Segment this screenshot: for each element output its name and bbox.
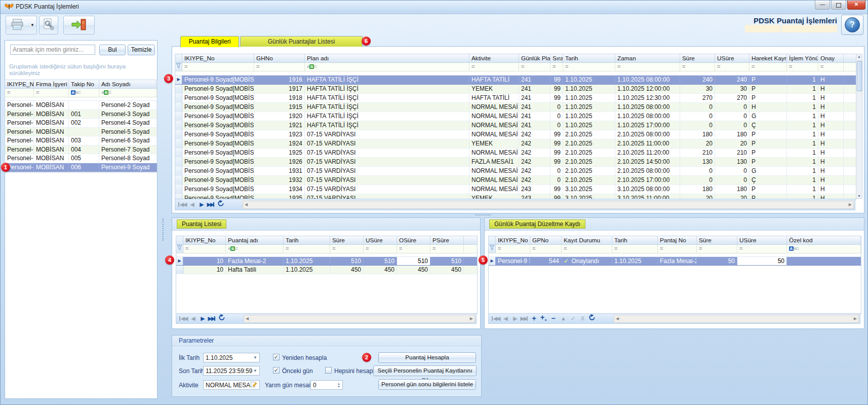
column-header[interactable]: IKIYPE_No [182,54,254,62]
column-header[interactable]: Tarih [612,236,658,244]
nav-refresh-icon[interactable] [217,314,226,323]
table-row[interactable]: Personel-9 Soyad[MOBİSAN]193107-15 VARDİ… [175,167,856,176]
column-header[interactable]: Onay [818,54,844,62]
nav-last-icon[interactable]: ▶▶ [207,314,217,323]
column-header[interactable]: Kayıt Durumu [562,236,612,244]
aktivite-field[interactable]: NORMAL MESAİ [203,380,260,390]
table-row[interactable]: ▶Personel-9 So544✓ Onaylandı1.10.2025Faz… [489,257,861,266]
filter-cell[interactable]: = [284,245,330,253]
filter-cell[interactable]: = [34,89,69,97]
column-header[interactable]: Hareket Kayna [749,54,787,62]
column-header[interactable]: Zaman [615,54,680,62]
column-header[interactable]: GPNo [530,236,562,244]
column-header[interactable]: IKIYPE_N [5,80,34,88]
filter-cell[interactable]: ABC [305,63,469,71]
nav-add-icon[interactable]: + [529,314,539,323]
nav-last-icon[interactable]: ▶▶ [520,314,529,323]
yarim-gun-mesai-stepper[interactable]: 0▲▼ [310,380,343,390]
print-dropdown-button[interactable]: ▼ [28,16,37,34]
print-settings-button[interactable] [39,16,58,34]
filter-cell[interactable]: = [737,245,787,253]
filter-cell[interactable]: = [697,245,737,253]
horizontal-splitter[interactable] [476,214,491,215]
column-header[interactable]: Süre [680,54,715,62]
vertical-splitter[interactable] [163,218,164,241]
nav-cancel-icon[interactable]: X [577,314,587,323]
column-header[interactable]: OSüre [397,236,430,244]
table-row[interactable]: Personel-9 Soyad[MOBİSAN]192507-15 VARDİ… [175,149,856,158]
column-header[interactable]: USüre [715,54,749,62]
filter-cell[interactable]: = [364,245,397,253]
filter-cell[interactable]: ABC [787,245,861,253]
filter-cell[interactable]: = [182,63,254,71]
column-header[interactable]: Adı Soyadı [99,80,156,88]
table-row[interactable]: ▶Personel-9 Soyad[MOBİSAN]1916HAFTA TATİ… [175,76,856,85]
filter-cell[interactable]: = [469,63,519,71]
table-row[interactable]: Personel-MOBİSAN006Personel-9 Soyad [5,163,157,172]
table-row[interactable]: Personel-MOBİSAN004Personel-7 Soyad [5,145,157,155]
find-button[interactable]: Bul [99,45,126,55]
column-header[interactable]: İşlem Yönü [787,54,818,62]
yeniden-hesapla-checkbox[interactable] [273,354,280,360]
puantaj-hesapla-button[interactable]: Puantaj Hesapla [378,352,476,363]
filter-cell[interactable]: = [519,63,550,71]
spinner-arrows-icon[interactable]: ▲▼ [336,382,340,388]
column-header[interactable]: GHNo [254,54,305,62]
table-row[interactable]: Personel-MOBİSANPersonel-2 Soyad [5,101,157,110]
filter-cell[interactable]: = [254,63,305,71]
column-header[interactable]: Puantaj adı [226,236,284,244]
table-row[interactable]: Personel-MOBİSANPersonel-5 Soyad [5,128,157,137]
table-row[interactable]: Personel-MOBİSAN001Personel-3 Soyad [5,110,157,119]
filter-cell[interactable]: = [615,63,680,71]
exit-button[interactable] [63,16,95,34]
horizontal-scrollbar[interactable]: ◀▶ [614,315,859,323]
minimize-button[interactable]: — [815,1,830,10]
table-row[interactable]: Personel-9 Soyad[MOBİSAN]193207-15 VARDİ… [175,176,856,185]
table-row[interactable]: Personel-9 Soyad[MOBİSAN]192607-15 VARDİ… [175,158,856,167]
column-header[interactable]: Firma İşyeri [34,80,69,88]
onceki-gun-checkbox[interactable] [273,367,280,374]
nav-edit-icon[interactable]: ▲ [558,314,568,323]
nav-prev-icon[interactable]: ◀ [187,200,196,209]
maximize-button[interactable] [831,1,846,10]
filter-cell[interactable]: = [397,245,430,253]
hepsini-hesapla-checkbox[interactable] [325,367,332,374]
puantaj-kayitlarini-sil-button[interactable]: Seçili Personelin Puantaj Kayıtlarını Si… [373,365,477,376]
filter-cell[interactable]: ABC [99,89,156,97]
column-header[interactable]: Aktivite [469,54,519,62]
table-row[interactable]: Personel-9 Soyad[MOBİSAN]1920HAFTA TATİL… [175,112,856,121]
column-header[interactable]: Süre [330,236,364,244]
column-header[interactable]: Takip No [69,80,99,88]
column-header[interactable]: Günlük Plan [519,54,550,62]
horizontal-scrollbar[interactable]: ◀▶ [243,201,854,209]
search-input[interactable] [10,45,95,55]
column-header[interactable]: Tarih [563,54,615,62]
ilk-tarih-combo[interactable]: 1.10.2025▼ [203,353,260,362]
pencil-edit-icon[interactable] [251,381,257,389]
scroll-thumb[interactable] [857,61,862,91]
column-header[interactable]: USüre [737,236,787,244]
table-row[interactable]: 10Hafta Tatili1.10.2025450450450450 [176,266,477,274]
nav-next-icon[interactable]: ▶ [198,314,207,323]
nav-first-icon[interactable]: ◀◀ [177,200,187,209]
tab-puantaj-bilgileri[interactable]: Puantaj Bilgileri [180,36,239,47]
table-row[interactable]: Personel-9 Soyad[MOBİSAN]1917HAFTA TATİL… [175,85,856,94]
help-button[interactable]: ? [841,15,863,35]
filter-cell[interactable]: ABC [226,245,284,253]
filter-cell[interactable]: = [563,63,615,71]
filter-cell[interactable]: = [818,63,844,71]
filter-cell[interactable]: = [715,63,749,71]
filter-cell[interactable]: = [658,245,697,253]
filter-cell[interactable]: = [787,63,818,71]
nav-next-icon[interactable]: ▶ [196,200,206,209]
column-header[interactable]: Plan adı [305,54,469,62]
filter-cell[interactable]: = [430,245,464,253]
column-header[interactable]: IKIYPE_No [183,236,226,244]
nav-refresh-icon[interactable] [587,314,597,323]
column-header[interactable]: Pantaj No [658,236,697,244]
filter-cell[interactable]: ABC [69,89,99,97]
table-row[interactable]: Personel-MOBİSAN005Personel-8 Soyad [5,154,157,163]
nav-refresh-icon[interactable] [216,200,225,209]
filter-cell[interactable]: = [680,63,715,71]
table-row[interactable]: Personel-9 Soyad[MOBİSAN]193407-15 VARDİ… [175,185,856,194]
